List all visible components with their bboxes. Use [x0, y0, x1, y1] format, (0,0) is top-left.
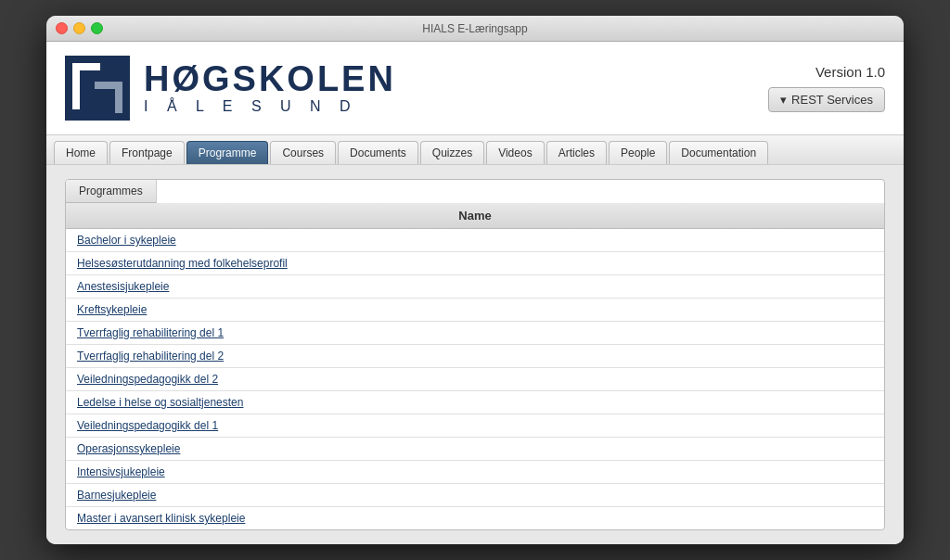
programme-link[interactable]: Intensivsjukepleie: [77, 465, 165, 478]
programme-name-cell: Tverrfaglig rehabilitering del 2: [66, 345, 884, 368]
programmes-panel: Programmes Name Bachelor i sykepleieHels…: [65, 179, 885, 530]
maximize-button[interactable]: [91, 22, 103, 34]
table-row: Helsesøsterutdanning med folkehelseprofi…: [66, 252, 884, 275]
logo-text: HØGSKOLEN I Å L E S U N D: [144, 61, 396, 115]
programme-link[interactable]: Anestesisjukepleie: [77, 280, 169, 293]
close-button[interactable]: [56, 22, 68, 34]
programme-name-cell: Veiledningspedagogikk del 2: [66, 368, 884, 391]
programme-name-cell: Master i avansert klinisk sykepleie: [66, 507, 884, 530]
nav-tab-quizzes[interactable]: Quizzes: [420, 141, 484, 164]
table-row: Operasjonssykepleie: [66, 438, 884, 461]
programme-name-cell: Operasjonssykepleie: [66, 438, 884, 461]
table-row: Ledelse i helse og sosialtjenesten: [66, 391, 884, 414]
programme-link[interactable]: Barnesjukepleie: [77, 489, 156, 502]
programme-link[interactable]: Bachelor i sykepleie: [77, 234, 176, 247]
nav-tab-programme[interactable]: Programme: [186, 141, 269, 164]
minimize-button[interactable]: [73, 22, 85, 34]
programme-name-cell: Anestesisjukepleie: [66, 275, 884, 299]
programme-name-cell: Kreftsykepleie: [66, 299, 884, 322]
logo-graphic: [65, 56, 130, 121]
rest-services-button[interactable]: ▾ REST Services: [768, 87, 885, 112]
rest-arrow-icon: ▾: [780, 93, 787, 107]
table-row: Master i avansert klinisk sykepleie: [66, 507, 884, 530]
table-row: Kreftsykepleie: [66, 299, 884, 322]
nav-tab-courses[interactable]: Courses: [270, 141, 336, 164]
logo-line1: HØGSKOLEN: [144, 61, 396, 96]
programme-link[interactable]: Tverrfaglig rehabilitering del 2: [77, 350, 224, 363]
nav-tab-frontpage[interactable]: Frontpage: [109, 141, 185, 164]
nav-tab-home[interactable]: Home: [54, 141, 108, 164]
logo-area: HØGSKOLEN I Å L E S U N D: [65, 56, 768, 121]
title-bar: HIALS E-Læringsapp: [46, 16, 904, 42]
nav-tab-articles[interactable]: Articles: [546, 141, 607, 164]
programme-name-cell: Veiledningspedagogikk del 1: [66, 414, 884, 438]
programme-link[interactable]: Veiledningspedagogikk del 2: [77, 373, 218, 386]
programme-name-cell: Tverrfaglig rehabilitering del 1: [66, 322, 884, 345]
nav-tab-documents[interactable]: Documents: [338, 141, 418, 164]
nav-tab-videos[interactable]: Videos: [486, 141, 544, 164]
svg-rect-4: [115, 82, 122, 113]
window-title: HIALS E-Læringsapp: [422, 22, 527, 35]
programme-name-cell: Bachelor i sykepleie: [66, 229, 884, 252]
table-row: Anestesisjukepleie: [66, 275, 884, 299]
svg-rect-2: [72, 63, 80, 109]
main-content: Programmes Name Bachelor i sykepleieHels…: [46, 165, 904, 544]
programme-link[interactable]: Helsesøsterutdanning med folkehelseprofi…: [77, 257, 288, 270]
programme-name-cell: Helsesøsterutdanning med folkehelseprofi…: [66, 252, 884, 275]
nav-tab-people[interactable]: People: [609, 141, 667, 164]
table-row: Tverrfaglig rehabilitering del 2: [66, 345, 884, 368]
programme-link[interactable]: Operasjonssykepleie: [77, 442, 180, 455]
panel-tab-label: Programmes: [66, 180, 157, 203]
nav-tab-documentation[interactable]: Documentation: [669, 141, 768, 164]
header-right: Version 1.0 ▾ REST Services: [768, 64, 885, 112]
table-row: Veiledningspedagogikk del 1: [66, 414, 884, 438]
programme-link[interactable]: Kreftsykepleie: [77, 303, 147, 316]
table-header-name: Name: [66, 203, 884, 229]
table-row: Barnesjukepleie: [66, 484, 884, 507]
logo-line2: I Å L E S U N D: [144, 98, 396, 115]
table-row: Bachelor i sykepleie: [66, 229, 884, 252]
app-header: HØGSKOLEN I Å L E S U N D Version 1.0 ▾ …: [46, 42, 904, 135]
app-window: HIALS E-Læringsapp HØGSKOLEN I Å L E S U…: [46, 16, 904, 544]
programme-link[interactable]: Master i avansert klinisk sykepleie: [77, 512, 245, 525]
content-area: HØGSKOLEN I Å L E S U N D Version 1.0 ▾ …: [46, 42, 904, 544]
nav-bar: HomeFrontpageProgrammeCoursesDocumentsQu…: [46, 135, 904, 165]
programme-link[interactable]: Veiledningspedagogikk del 1: [77, 419, 218, 432]
programme-name-cell: Barnesjukepleie: [66, 484, 884, 507]
programme-name-cell: Ledelse i helse og sosialtjenesten: [66, 391, 884, 414]
programme-link[interactable]: Tverrfaglig rehabilitering del 1: [77, 326, 224, 339]
programmes-table: Name Bachelor i sykepleieHelsesøsterutda…: [66, 203, 884, 529]
table-row: Tverrfaglig rehabilitering del 1: [66, 322, 884, 345]
programme-name-cell: Intensivsjukepleie: [66, 461, 884, 484]
table-row: Intensivsjukepleie: [66, 461, 884, 484]
version-label: Version 1.0: [815, 64, 885, 80]
rest-button-label: REST Services: [791, 93, 873, 107]
table-row: Veiledningspedagogikk del 2: [66, 368, 884, 391]
window-controls: [56, 22, 103, 34]
programme-link[interactable]: Ledelse i helse og sosialtjenesten: [77, 396, 243, 409]
